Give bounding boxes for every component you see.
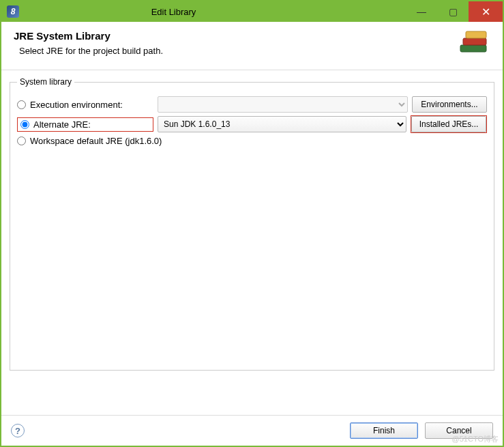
maximize-button[interactable]: ▢: [437, 1, 469, 22]
dialog-footer: ? Finish Cancel: [1, 415, 503, 446]
execution-environment-select[interactable]: [158, 96, 408, 113]
books-icon: [456, 30, 490, 59]
minimize-button[interactable]: —: [406, 1, 437, 22]
svg-rect-2: [466, 31, 486, 38]
execution-environment-radio-input[interactable]: [17, 100, 26, 109]
svg-rect-1: [463, 38, 486, 45]
alternate-jre-radio[interactable]: Alternate JRE:: [20, 119, 150, 130]
workspace-default-row: Workspace default JRE (jdk1.6.0): [17, 136, 487, 146]
app-icon: 8: [7, 5, 19, 18]
workspace-default-label: Workspace default JRE (jdk1.6.0): [30, 136, 162, 146]
alternate-jre-radio-input[interactable]: [20, 120, 29, 129]
environments-button[interactable]: Environments...: [412, 96, 487, 113]
content-pane: System library Execution environment: En…: [1, 70, 503, 415]
installed-jres-button[interactable]: Installed JREs...: [411, 116, 486, 132]
svg-rect-0: [460, 45, 486, 52]
alternate-jre-select[interactable]: Sun JDK 1.6.0_13: [158, 116, 406, 132]
execution-environment-row: Execution environment: Environments...: [17, 96, 487, 113]
window-controls: — ▢ ✕: [406, 1, 503, 22]
fieldset-legend: System library: [17, 77, 74, 87]
help-icon[interactable]: ?: [11, 424, 25, 437]
page-subtitle: Select JRE for the project build path.: [19, 46, 449, 56]
workspace-default-radio-input[interactable]: [17, 136, 26, 145]
alternate-jre-row: Alternate JRE: Sun JDK 1.6.0_13 Installe…: [17, 115, 487, 133]
watermark: @51CTO博客: [452, 434, 499, 444]
installed-jres-highlight: Installed JREs...: [411, 115, 487, 133]
header-text: JRE System Library Select JRE for the pr…: [14, 30, 449, 59]
alternate-jre-highlight: Alternate JRE:: [17, 117, 153, 132]
execution-environment-label: Execution environment:: [30, 100, 123, 110]
dialog-window: 8 Edit Library — ▢ ✕ JRE System Library …: [0, 0, 504, 447]
finish-button[interactable]: Finish: [350, 422, 418, 439]
close-button[interactable]: ✕: [469, 1, 503, 22]
titlebar: 8 Edit Library — ▢ ✕: [1, 1, 503, 22]
page-title: JRE System Library: [14, 30, 449, 42]
system-library-fieldset: System library Execution environment: En…: [10, 77, 494, 371]
window-title: Edit Library: [23, 7, 406, 17]
dialog-header: JRE System Library Select JRE for the pr…: [1, 22, 503, 70]
execution-environment-radio[interactable]: Execution environment:: [17, 100, 153, 110]
workspace-default-radio[interactable]: Workspace default JRE (jdk1.6.0): [17, 136, 162, 146]
alternate-jre-label: Alternate JRE:: [33, 119, 91, 130]
